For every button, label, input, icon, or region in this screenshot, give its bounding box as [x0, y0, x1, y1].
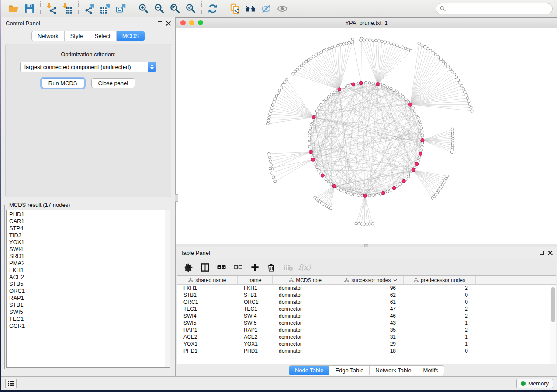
tab-mcds[interactable]: MCDS — [117, 31, 145, 41]
tab-network[interactable]: Network — [32, 31, 65, 41]
mcds-list-scrollbar[interactable] — [165, 210, 170, 367]
show-details-icon — [277, 3, 288, 14]
export-network-button[interactable] — [82, 2, 97, 16]
cell-name: TEC1 — [238, 306, 273, 312]
table-row[interactable]: FKH1FKH1dominator962 — [177, 285, 556, 292]
mcds-result-item[interactable]: ACE2 — [9, 274, 170, 281]
table-row[interactable]: TEC1TEC1connector472 — [177, 306, 556, 313]
table-row[interactable]: SWI4SWI4dominator462 — [177, 313, 556, 320]
mcds-result-item[interactable]: FKH1 — [9, 267, 170, 274]
minimize-window-icon[interactable] — [189, 20, 194, 25]
export-table-button[interactable] — [97, 2, 113, 16]
table-row[interactable]: RAP1RAP1dominator352 — [177, 327, 556, 334]
memory-button[interactable]: Memory — [516, 379, 553, 388]
table-row[interactable]: PHD1PHD1dominator180 — [177, 347, 556, 354]
select-all-button[interactable] — [214, 261, 229, 274]
zoom-fit-button[interactable] — [167, 2, 183, 16]
network-window-titlebar[interactable]: YPA_prune.txt_1 — [176, 18, 557, 28]
hide-details-button[interactable] — [259, 2, 274, 16]
import-table-button[interactable] — [59, 2, 75, 16]
search-box[interactable] — [436, 3, 553, 14]
mcds-result-item[interactable]: SWI5 — [9, 309, 170, 316]
close-panel-button[interactable]: Close panel — [91, 78, 135, 88]
deselect-all-button[interactable] — [231, 261, 246, 274]
cell-shared-name: YOX1 — [177, 341, 238, 347]
column-header-MCDS-role[interactable]: MCDS role — [273, 276, 338, 284]
open-file-button[interactable] — [6, 2, 21, 16]
table-row[interactable]: SWI5SWI5connector431 — [177, 320, 556, 327]
mcds-result-item[interactable]: ORC1 — [9, 288, 170, 295]
mcds-result-item[interactable]: PMA2 — [9, 260, 170, 267]
mcds-result-list[interactable]: PHD1CAR1STP4TID3YOX1SWI4SRD1PMA2FKH1ACE2… — [6, 210, 170, 368]
column-header-predecessor-nodes[interactable]: predecessor nodes — [404, 276, 476, 284]
refresh-button[interactable] — [205, 2, 221, 16]
mcds-result-item[interactable]: YOX1 — [9, 239, 170, 246]
table-row[interactable]: STB1STB1dominator620 — [177, 292, 556, 299]
close-window-icon[interactable] — [180, 20, 186, 25]
search-icon — [440, 6, 446, 11]
delete-row-button[interactable] — [264, 261, 279, 274]
column-header-shared-name[interactable]: shared name — [177, 276, 238, 284]
search-input[interactable] — [448, 5, 548, 12]
mcds-result-item[interactable]: PHD1 — [9, 211, 170, 218]
zoom-in-button[interactable] — [135, 2, 151, 16]
optimization-criterion-select[interactable]: largest connected component (undirected) — [20, 62, 156, 72]
copy-style-button[interactable] — [227, 2, 243, 16]
memory-label: Memory — [528, 380, 549, 387]
cell-predecessor-nodes: 1 — [404, 341, 476, 347]
add-row-button[interactable] — [247, 261, 262, 274]
tab-node-table[interactable]: Node Table — [289, 366, 330, 375]
show-details-button[interactable] — [274, 2, 290, 16]
column-header-name[interactable]: name — [238, 276, 273, 284]
mcds-result-item[interactable]: SWI4 — [9, 246, 170, 253]
mcds-result-item[interactable]: TEC1 — [9, 316, 170, 323]
mcds-result-item[interactable]: SRD1 — [9, 253, 170, 260]
cell-mcds-role: dominator — [273, 327, 338, 333]
horizontal-splitter-handle[interactable] — [364, 244, 368, 247]
table-scrollbar-thumb[interactable] — [551, 287, 555, 322]
tab-motifs[interactable]: Motifs — [417, 366, 444, 375]
maximize-window-icon[interactable] — [198, 20, 203, 25]
cell-mcds-role: dominator — [273, 299, 338, 305]
float-table-panel-icon[interactable] — [540, 251, 544, 255]
copy-style-icon — [229, 3, 241, 14]
task-history-button[interactable] — [5, 379, 17, 388]
network-canvas[interactable] — [176, 28, 557, 244]
show-columns-button[interactable] — [197, 261, 212, 274]
mcds-result-item[interactable]: STP4 — [9, 225, 170, 232]
table-row[interactable]: ACE2ACE2connector311 — [177, 334, 556, 340]
network-overview-button[interactable] — [243, 2, 259, 16]
tab-select[interactable]: Select — [89, 31, 117, 41]
table-scrollbar[interactable] — [550, 285, 556, 364]
mcds-result-item[interactable]: GCR1 — [9, 323, 170, 330]
column-header-successor-nodes[interactable]: successor nodes — [338, 276, 404, 284]
mcds-result-item[interactable]: RAP1 — [9, 295, 170, 302]
export-image-button[interactable] — [113, 2, 129, 16]
close-panel-icon[interactable] — [166, 21, 171, 26]
network-graph[interactable] — [176, 28, 557, 244]
cell-predecessor-nodes: 0 — [404, 348, 476, 354]
mcds-result-item[interactable]: STB1 — [9, 302, 170, 309]
close-table-panel-icon[interactable] — [548, 251, 553, 255]
cell-name: ACE2 — [238, 334, 273, 340]
table-row[interactable]: YOX1YOX1connector291 — [177, 340, 556, 347]
import-network-button[interactable] — [44, 2, 59, 16]
mcds-result-item[interactable]: STB5 — [9, 281, 170, 288]
zoom-selected-button[interactable] — [183, 2, 198, 16]
zoom-out-icon — [154, 3, 165, 14]
tab-style[interactable]: Style — [65, 31, 89, 41]
tab-edge-table[interactable]: Edge Table — [329, 366, 370, 375]
control-panel-tabs: NetworkStyleSelectMCDS — [1, 29, 175, 44]
vertical-splitter-handle[interactable] — [175, 194, 178, 202]
mcds-result-item[interactable]: TID3 — [9, 232, 170, 239]
tab-network-table[interactable]: Network Table — [370, 366, 417, 375]
zoom-out-button[interactable] — [151, 2, 167, 16]
horizontal-splitter[interactable] — [176, 244, 557, 247]
run-mcds-button[interactable]: Run MCDS — [42, 78, 84, 88]
table-row[interactable]: ORC1ORC1dominator610 — [177, 299, 556, 306]
save-session-button[interactable] — [21, 2, 37, 16]
mcds-result-item[interactable]: CAR1 — [9, 218, 170, 225]
cell-predecessor-nodes: 1 — [404, 320, 476, 326]
float-panel-icon[interactable] — [158, 21, 162, 25]
table-options-button[interactable] — [181, 261, 196, 274]
